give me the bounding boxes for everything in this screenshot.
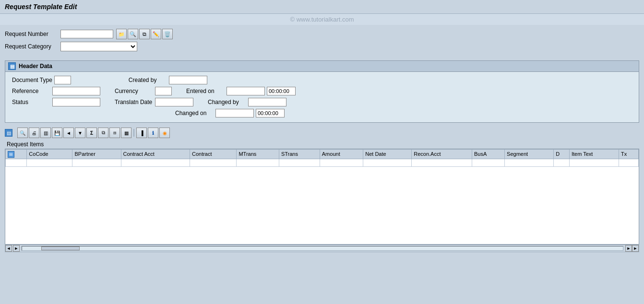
col-contract-acct[interactable]: Contract Acct <box>121 150 190 159</box>
changed-by-input[interactable] <box>248 98 286 106</box>
translatn-date-label: Translatn Date <box>115 99 153 105</box>
col-segment[interactable]: Segment <box>505 150 554 159</box>
edit-icon: ✏️ <box>153 31 159 37</box>
request-number-input[interactable] <box>60 30 113 38</box>
spacer <box>85 76 114 84</box>
sum-icon: Σ <box>90 130 93 136</box>
layout-button[interactable]: ▦ <box>121 128 131 138</box>
col-strans[interactable]: STrans <box>279 150 320 159</box>
watermark-text: © www.tutorialkart.com <box>290 16 354 23</box>
scrollbar-area: ◄ ► ► ► <box>5 245 639 252</box>
filter-col-icon: ▼ <box>78 130 83 136</box>
col-bpartner[interactable]: BPartner <box>72 150 121 159</box>
header-section-body: Document Type Created by Reference Curre… <box>5 72 639 122</box>
col-amount[interactable]: Amount <box>320 150 363 159</box>
paste2-button[interactable]: ⧆ <box>109 128 120 138</box>
changed-on-label: Changed on <box>175 110 214 117</box>
col-d[interactable]: D <box>554 150 570 159</box>
find-icon: 🔍 <box>130 31 136 37</box>
info-button[interactable]: ℹ <box>148 128 158 138</box>
reference-input[interactable] <box>52 87 100 95</box>
col-tx[interactable]: Tx <box>619 150 638 159</box>
items-title-text: Request Items <box>7 141 44 148</box>
find-button[interactable]: 🔍 <box>128 29 138 39</box>
col-item-text[interactable]: Item Text <box>569 150 619 159</box>
col-net-date[interactable]: Net Date <box>363 150 412 159</box>
info-icon: ℹ <box>152 130 154 136</box>
reference-label: Reference <box>12 88 50 94</box>
scroll-right-button[interactable]: ► <box>13 245 20 252</box>
col-busa[interactable]: BusA <box>472 150 505 159</box>
color-button[interactable]: ◉ <box>159 128 170 138</box>
entered-on-group: Entered on <box>186 87 296 95</box>
scroll-controls: ◄ ► ► ► <box>5 245 639 252</box>
changed-by-group: Changed by <box>208 98 286 106</box>
scroll-right3-button[interactable]: ► <box>632 245 639 252</box>
col-selector: ▤ <box>6 150 27 159</box>
print2-button[interactable]: 🖨 <box>29 128 39 138</box>
filter-col-button[interactable]: ▼ <box>75 128 85 138</box>
search2-button[interactable]: 🔍 <box>17 128 28 138</box>
delete-button[interactable]: 🗑️ <box>162 29 173 39</box>
filter-rows-icon: ▥ <box>44 130 48 136</box>
translatn-date-group: Translatn Date <box>115 98 193 106</box>
delete-icon: 🗑️ <box>164 31 171 37</box>
top-controls: Request Number 📁 🔍 ⧉ ✏️ 🗑️ Request Categ… <box>0 25 644 58</box>
save2-icon: 💾 <box>54 130 60 136</box>
items-table-wrapper[interactable]: ▤ CoCode BPartner Contract Acct Contract… <box>5 149 639 245</box>
page-title: Request Template Edit <box>0 0 644 14</box>
row-icon: ▤ <box>8 151 14 158</box>
translatn-date-input[interactable] <box>155 98 193 106</box>
entered-on-input[interactable] <box>227 87 265 95</box>
col-mtrans[interactable]: MTrans <box>237 150 279 159</box>
copy2-icon: ⧉ <box>102 130 105 136</box>
scroll-left-button[interactable]: ◄ <box>5 245 12 252</box>
col-cocode[interactable]: CoCode <box>27 150 72 159</box>
edit-button[interactable]: ✏️ <box>151 29 161 39</box>
reference-group: Reference <box>12 87 100 95</box>
header-row3: Status Translatn Date Changed by <box>12 98 632 106</box>
scroll-track[interactable] <box>22 246 623 251</box>
col-contract[interactable]: Contract <box>190 150 236 159</box>
changed-on-input[interactable] <box>215 109 254 117</box>
open-folder-icon: 📁 <box>119 32 124 37</box>
bar1-icon: ▐ <box>140 130 143 136</box>
print2-icon: 🖨 <box>32 130 36 136</box>
header-data-header: ▤ Header Data <box>5 61 639 72</box>
header-section-icon: ▤ <box>8 62 16 70</box>
sum-button[interactable]: Σ <box>86 128 97 138</box>
header-row2: Reference Currency Entered on <box>12 87 632 95</box>
request-toolbar: 📁 🔍 ⧉ ✏️ 🗑️ <box>116 29 173 39</box>
header-row1: Document Type Created by <box>12 76 632 84</box>
save2-button[interactable]: 💾 <box>52 128 62 138</box>
copy2-button[interactable]: ⧉ <box>98 128 108 138</box>
status-label: Status <box>12 99 50 105</box>
copy-icon: ⧉ <box>143 31 146 37</box>
layout-icon: ▦ <box>124 130 129 136</box>
entered-on-time-input <box>267 87 296 95</box>
status-input[interactable] <box>52 98 100 106</box>
prev2-button[interactable]: ◄ <box>63 128 74 138</box>
search2-icon: 🔍 <box>20 130 25 136</box>
open-folder-button[interactable]: 📁 <box>116 29 127 39</box>
copy-button[interactable]: ⧉ <box>139 29 150 39</box>
scroll-right2-button[interactable]: ► <box>625 245 632 252</box>
scroll-thumb[interactable] <box>41 246 80 250</box>
header-row4: Changed on <box>12 109 632 117</box>
items-section-icon: ▤ <box>5 129 12 137</box>
status-group: Status <box>12 98 100 106</box>
created-by-input[interactable] <box>169 76 207 84</box>
request-category-select[interactable] <box>60 42 137 51</box>
document-type-input[interactable] <box>54 76 71 84</box>
filter-rows-button[interactable]: ▥ <box>40 128 51 138</box>
document-type-group: Document Type <box>12 76 71 84</box>
col-recon-acct[interactable]: Recon.Acct <box>412 150 472 159</box>
document-type-label: Document Type <box>12 77 52 83</box>
currency-input[interactable] <box>155 87 172 95</box>
table-row[interactable] <box>6 159 639 166</box>
request-number-label: Request Number <box>5 31 58 37</box>
bar1-button[interactable]: ▐ <box>136 128 147 138</box>
changed-on-group: Changed on <box>175 109 285 117</box>
header-data-panel: ▤ Header Data Document Type Created by R… <box>5 60 639 123</box>
items-toolbar: 🔍 🖨 ▥ 💾 ◄ ▼ Σ ⧉ ⧆ ▦ ▐ ℹ ◉ <box>15 126 172 140</box>
